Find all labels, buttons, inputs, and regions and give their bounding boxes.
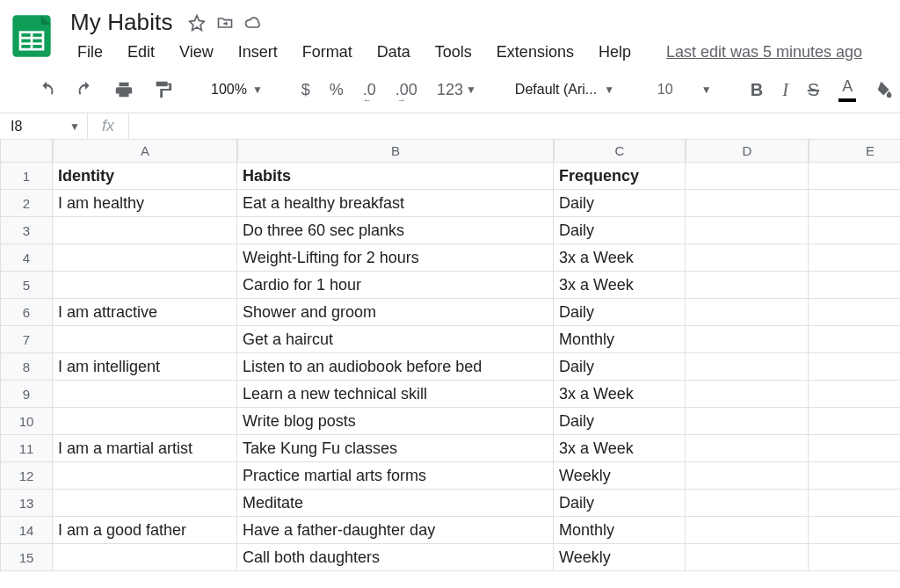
column-header[interactable]: C: [554, 140, 686, 163]
cell[interactable]: Daily: [554, 490, 686, 517]
undo-button[interactable]: [32, 76, 62, 103]
cell[interactable]: Meditate: [237, 490, 554, 517]
cell[interactable]: Learn a new technical skill: [237, 381, 554, 408]
cell[interactable]: [809, 353, 900, 381]
row-header[interactable]: 8: [0, 353, 53, 381]
cell[interactable]: Get a haircut: [237, 326, 554, 353]
menu-edit[interactable]: Edit: [115, 40, 167, 65]
menu-data[interactable]: Data: [365, 40, 423, 65]
print-button[interactable]: [109, 76, 139, 103]
cell[interactable]: [809, 217, 900, 244]
more-formats-button[interactable]: 123▼: [432, 77, 482, 103]
redo-button[interactable]: [70, 76, 100, 103]
cell[interactable]: [809, 244, 900, 272]
name-box[interactable]: I8▼: [0, 113, 88, 139]
cell[interactable]: 3x a Week: [554, 381, 686, 408]
row-header[interactable]: 14: [0, 517, 53, 544]
cell[interactable]: Weight-Lifting for 2 hours: [237, 244, 554, 272]
row-header[interactable]: 15: [0, 544, 53, 571]
menu-insert[interactable]: Insert: [226, 40, 290, 65]
cell[interactable]: [686, 299, 809, 326]
cell[interactable]: 3x a Week: [554, 272, 686, 299]
spreadsheet-grid[interactable]: ABCDE1IdentityHabitsFrequency2I am healt…: [0, 140, 900, 571]
cell[interactable]: [686, 353, 809, 381]
cell[interactable]: [809, 462, 900, 490]
zoom-select[interactable]: 100%▼: [206, 78, 268, 101]
cell[interactable]: Weekly: [554, 544, 686, 571]
cell[interactable]: Cardio for 1 hour: [237, 272, 554, 299]
format-percent-button[interactable]: %: [324, 77, 349, 103]
cell[interactable]: [809, 544, 900, 571]
cell[interactable]: [809, 190, 900, 217]
column-header[interactable]: A: [53, 140, 237, 163]
cloud-status-icon[interactable]: [244, 14, 262, 32]
move-icon[interactable]: [216, 14, 234, 32]
row-header[interactable]: 11: [0, 435, 53, 462]
italic-button[interactable]: I: [777, 76, 794, 104]
text-color-button[interactable]: A: [833, 74, 861, 105]
cell[interactable]: Write blog posts: [237, 408, 554, 435]
cell[interactable]: [53, 408, 237, 435]
cell[interactable]: Monthly: [554, 326, 686, 353]
document-title[interactable]: My Habits: [65, 7, 178, 38]
cell[interactable]: [809, 408, 900, 435]
cell[interactable]: Daily: [554, 190, 686, 217]
cell[interactable]: Listen to an audiobook before bed: [237, 353, 554, 381]
font-select[interactable]: Default (Ari...▼: [510, 78, 624, 101]
font-size-select[interactable]: 10: [652, 78, 687, 101]
cell[interactable]: Have a father-daughter day: [237, 517, 554, 544]
column-header[interactable]: E: [809, 140, 900, 163]
cell[interactable]: [686, 217, 809, 244]
increase-decimal-button[interactable]: .00→: [390, 77, 423, 103]
cell[interactable]: [686, 544, 809, 571]
cell[interactable]: [686, 435, 809, 462]
cell[interactable]: [53, 490, 237, 517]
cell[interactable]: [809, 163, 900, 190]
cell[interactable]: [809, 326, 900, 353]
last-edit-link[interactable]: Last edit was 5 minutes ago: [666, 43, 862, 62]
menu-view[interactable]: View: [167, 40, 226, 65]
font-size-caret[interactable]: ▼: [696, 80, 717, 99]
row-header[interactable]: 2: [0, 190, 53, 217]
menu-file[interactable]: File: [65, 40, 115, 65]
cell[interactable]: [53, 462, 237, 490]
decrease-decimal-button[interactable]: .0←: [358, 77, 381, 103]
cell[interactable]: I am healthy: [53, 190, 237, 217]
row-header[interactable]: 5: [0, 272, 53, 299]
row-header[interactable]: 9: [0, 381, 53, 408]
format-currency-button[interactable]: $: [296, 77, 316, 103]
cell[interactable]: [686, 244, 809, 272]
cell[interactable]: [809, 490, 900, 517]
menu-tools[interactable]: Tools: [423, 40, 484, 65]
cell[interactable]: [686, 490, 809, 517]
cell[interactable]: [53, 272, 237, 299]
cell[interactable]: Shower and groom: [237, 299, 554, 326]
select-all-corner[interactable]: [0, 140, 53, 163]
formula-input[interactable]: [129, 113, 900, 139]
cell[interactable]: [686, 326, 809, 353]
cell[interactable]: I am intelligent: [53, 353, 237, 381]
cell[interactable]: [53, 381, 237, 408]
row-header[interactable]: 3: [0, 217, 53, 244]
cell[interactable]: [686, 381, 809, 408]
cell[interactable]: I am a good father: [53, 517, 237, 544]
menu-extensions[interactable]: Extensions: [484, 40, 586, 65]
cell[interactable]: 3x a Week: [554, 244, 686, 272]
cell[interactable]: [53, 544, 237, 571]
menu-format[interactable]: Format: [290, 40, 365, 65]
cell[interactable]: [809, 435, 900, 462]
star-icon[interactable]: [188, 14, 206, 32]
fill-color-button[interactable]: [870, 76, 900, 103]
row-header[interactable]: 6: [0, 299, 53, 326]
bold-button[interactable]: B: [745, 76, 768, 104]
cell[interactable]: [686, 163, 809, 190]
cell[interactable]: [809, 381, 900, 408]
cell[interactable]: [53, 217, 237, 244]
row-header[interactable]: 13: [0, 490, 53, 517]
cell[interactable]: Identity: [53, 163, 237, 190]
cell[interactable]: Do three 60 sec planks: [237, 217, 554, 244]
cell[interactable]: [686, 517, 809, 544]
cell[interactable]: Weekly: [554, 462, 686, 490]
row-header[interactable]: 12: [0, 462, 53, 490]
row-header[interactable]: 10: [0, 408, 53, 435]
